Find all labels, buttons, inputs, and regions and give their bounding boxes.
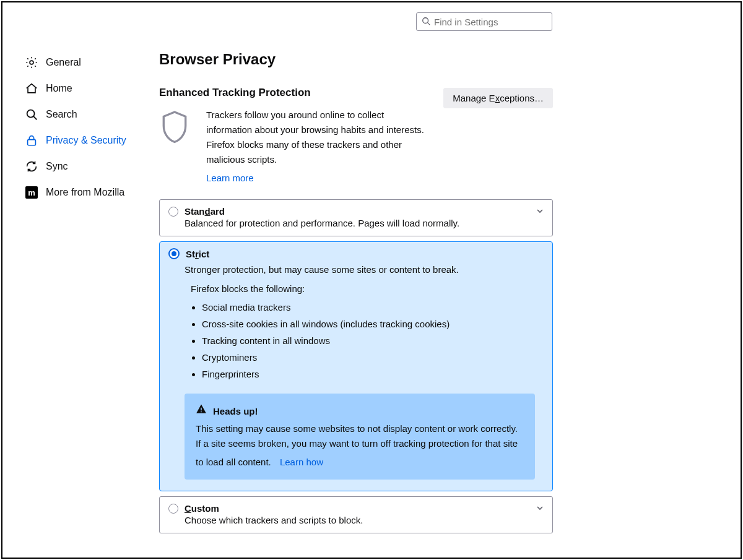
sidebar-item-home[interactable]: Home [25,75,149,101]
etp-option-custom[interactable]: Custom Choose which trackers and scripts… [159,496,553,533]
settings-search-wrap [416,12,552,31]
etp-custom-desc: Choose which trackers and scripts to blo… [160,515,552,533]
sidebar-item-label: Search [46,109,77,120]
learn-how-link[interactable]: Learn how [280,455,323,470]
radio-strict[interactable] [168,248,180,259]
etp-strict-callout: Heads up! This setting may cause some we… [185,394,535,480]
mozilla-icon: m [25,186,38,199]
sidebar-item-more-from-mozilla[interactable]: m More from Mozilla [25,179,149,205]
list-item: Social media trackers [202,299,535,316]
list-item: Cross-site cookies in all windows (inclu… [202,316,535,332]
warning-icon [196,403,207,419]
svg-line-1 [428,23,430,25]
sidebar-item-label: Sync [46,161,68,172]
lock-icon [25,134,38,147]
radio-standard[interactable] [168,207,178,217]
svg-line-4 [33,116,37,119]
sidebar-item-general[interactable]: General [25,50,149,75]
sidebar-item-label: Privacy & Security [46,135,126,146]
settings-sidebar: General Home Search [25,50,149,205]
radio-custom[interactable] [168,504,178,514]
sidebar-item-label: More from Mozilla [46,187,124,198]
manage-exceptions-button[interactable]: Manage Exceptions… [443,88,553,108]
home-icon [25,82,38,95]
search-icon [25,108,38,121]
gear-icon [25,56,38,69]
page-title: Browser Privacy [159,51,553,68]
etp-option-strict[interactable]: Strict Stronger protection, but may caus… [159,241,553,491]
etp-strict-blocks-label: Firefox blocks the following: [191,283,535,294]
callout-title: Heads up! [213,404,258,419]
svg-point-3 [27,110,35,118]
sidebar-item-search[interactable]: Search [25,101,149,127]
settings-search-input[interactable] [416,12,552,31]
etp-option-standard[interactable]: Standard Balanced for protection and per… [159,199,553,236]
etp-strict-desc: Stronger protection, but may cause some … [185,264,535,275]
list-item: Cryptominers [202,349,535,366]
etp-strict-blocks-list: Social media trackers Cross-site cookies… [191,299,535,382]
list-item: Tracking content in all windows [202,332,535,349]
etp-standard-desc: Balanced for protection and performance.… [160,218,552,236]
etp-strict-label: Strict [186,249,209,259]
svg-rect-5 [28,140,36,145]
sidebar-item-label: Home [46,83,72,94]
etp-description: Trackers follow you around online to col… [206,110,424,165]
svg-point-2 [30,61,33,64]
sidebar-item-privacy-security[interactable]: Privacy & Security [25,127,149,153]
etp-standard-label: Standard [185,206,225,217]
etp-learn-more-link[interactable]: Learn more [206,171,254,186]
callout-body: This setting may cause some websites to … [196,423,518,467]
sidebar-item-sync[interactable]: Sync [25,153,149,179]
chevron-down-icon [535,206,545,216]
svg-point-0 [423,18,428,24]
sync-icon [25,160,38,173]
shield-icon [159,108,193,148]
settings-main: Browser Privacy Enhanced Tracking Protec… [159,51,553,538]
chevron-down-icon [535,503,545,513]
sidebar-item-label: General [46,57,81,68]
etp-custom-label: Custom [185,503,219,514]
list-item: Fingerprinters [202,366,535,382]
search-icon [422,17,430,25]
